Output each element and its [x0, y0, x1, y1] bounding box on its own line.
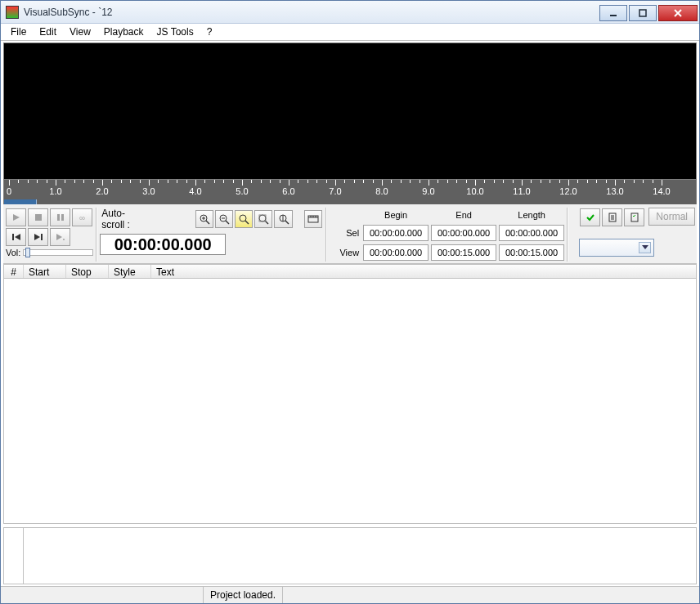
view-begin[interactable]: 00:00:00.000 — [363, 244, 429, 261]
scene-change-button[interactable] — [304, 210, 322, 228]
loop-button[interactable]: ∞ — [72, 208, 92, 226]
menu-file[interactable]: File — [4, 25, 33, 39]
svg-rect-1 — [639, 10, 646, 16]
time-counter: 00:00:00.000 — [100, 234, 226, 255]
subtitle-list-header: # Start Stop Style Text — [3, 264, 697, 279]
zoom-vertical-button[interactable] — [274, 210, 292, 228]
svg-rect-25 — [259, 215, 266, 221]
right-toolbar: Normal — [579, 208, 695, 262]
settings-button[interactable] — [624, 208, 644, 226]
col-begin: Begin — [363, 210, 429, 220]
editor-gutter — [4, 528, 24, 584]
ruler-label: 3.0 — [142, 186, 155, 196]
subtitle-list[interactable] — [3, 279, 697, 524]
style-combo[interactable] — [579, 239, 654, 257]
check-errors-button[interactable] — [580, 208, 600, 226]
window: VisualSubSync - `12 File Edit View Playb… — [0, 0, 700, 604]
zoom-in-button[interactable] — [195, 210, 213, 228]
col-end: End — [431, 210, 496, 220]
view-length: 00:00:15.000 — [499, 244, 564, 261]
timeline-position-indicator — [4, 199, 37, 204]
status-message: Project loaded. — [204, 587, 283, 603]
ruler-label: 2.0 — [96, 186, 108, 196]
ruler-label: 4.0 — [189, 186, 201, 196]
svg-line-3 — [675, 10, 681, 16]
ruler-label: 13.0 — [606, 186, 623, 196]
volume-thumb[interactable] — [25, 248, 30, 257]
ruler-label: 6.0 — [282, 186, 294, 196]
menu-jstools[interactable]: JS Tools — [150, 25, 200, 39]
menubar: File Edit View Playback JS Tools ? — [1, 24, 699, 41]
pause-button[interactable] — [50, 208, 70, 226]
ruler-label: 8.0 — [375, 186, 388, 196]
svg-rect-11 — [41, 234, 43, 240]
window-buttons — [599, 3, 699, 21]
svg-point-13 — [63, 239, 65, 240]
svg-marker-9 — [15, 234, 20, 240]
zoom-selection-button[interactable] — [235, 210, 253, 228]
separator — [325, 208, 327, 262]
col-text[interactable]: Text — [151, 265, 696, 278]
ruler-label: 11.0 — [513, 186, 530, 196]
svg-line-24 — [265, 221, 268, 224]
video-preview[interactable] — [3, 43, 697, 180]
col-length: Length — [499, 210, 564, 220]
sel-end[interactable]: 00:00:00.000 — [431, 225, 496, 241]
view-end[interactable]: 00:00:15.000 — [431, 244, 496, 261]
volume-label: Vol: — [6, 248, 20, 257]
timeline-ruler[interactable]: 01.02.03.04.05.06.07.08.09.010.011.012.0… — [3, 180, 697, 204]
log-button[interactable] — [602, 208, 622, 226]
svg-line-22 — [245, 221, 249, 224]
svg-line-15 — [206, 221, 209, 224]
svg-rect-7 — [61, 214, 64, 221]
titlebar: VisualSubSync - `12 — [1, 1, 699, 24]
seek-start-button[interactable] — [6, 228, 26, 246]
col-index[interactable]: # — [4, 265, 24, 278]
subtitle-editor — [3, 527, 697, 584]
svg-point-18 — [220, 215, 227, 221]
svg-point-23 — [259, 215, 266, 221]
ruler-label: 14.0 — [653, 186, 670, 196]
toolstrip: ∞ Vol: — [3, 204, 697, 264]
menu-view[interactable]: View — [63, 25, 97, 39]
ruler-label: 10.0 — [466, 186, 483, 196]
close-button[interactable] — [658, 5, 698, 21]
menu-help[interactable]: ? — [200, 25, 219, 39]
svg-line-27 — [285, 221, 289, 224]
svg-marker-10 — [34, 234, 40, 240]
col-stop[interactable]: Stop — [66, 265, 109, 278]
zoom-all-button[interactable] — [254, 210, 272, 228]
mode-normal-button[interactable]: Normal — [648, 208, 695, 226]
ruler-label: 9.0 — [422, 186, 434, 196]
chevron-down-icon — [639, 242, 651, 253]
col-start[interactable]: Start — [24, 265, 66, 278]
svg-rect-38 — [631, 213, 638, 221]
minimize-button[interactable] — [599, 5, 627, 21]
svg-marker-39 — [642, 245, 648, 249]
sel-length: 00:00:00.000 — [499, 225, 564, 241]
play-button[interactable] — [6, 208, 26, 226]
ruler-label: 1.0 — [49, 186, 61, 196]
svg-rect-8 — [12, 234, 14, 240]
stop-button[interactable] — [28, 208, 48, 226]
maximize-button[interactable] — [629, 5, 657, 21]
client-area: 01.02.03.04.05.06.07.08.09.010.011.012.0… — [1, 41, 699, 586]
menu-playback[interactable]: Playback — [97, 25, 150, 39]
zoom-out-button[interactable] — [215, 210, 233, 228]
status-pane-1 — [1, 587, 204, 603]
svg-rect-34 — [609, 213, 616, 221]
sel-begin[interactable]: 00:00:00.000 — [363, 225, 429, 241]
menu-edit[interactable]: Edit — [33, 25, 63, 39]
playback-controls: ∞ Vol: — [5, 208, 93, 262]
play-selection-button[interactable] — [50, 228, 70, 246]
editor-text[interactable] — [24, 528, 696, 584]
volume-slider[interactable] — [23, 249, 93, 256]
zoom-group: Auto-scroll : — [100, 208, 323, 262]
window-title: VisualSubSync - `12 — [24, 7, 113, 18]
autoscroll-label: Auto-scroll : — [101, 208, 146, 230]
separator — [96, 208, 97, 262]
col-style[interactable]: Style — [109, 265, 151, 278]
row-view-label: View — [334, 248, 361, 257]
seek-end-button[interactable] — [28, 228, 48, 246]
ruler-label: 7.0 — [329, 186, 341, 196]
